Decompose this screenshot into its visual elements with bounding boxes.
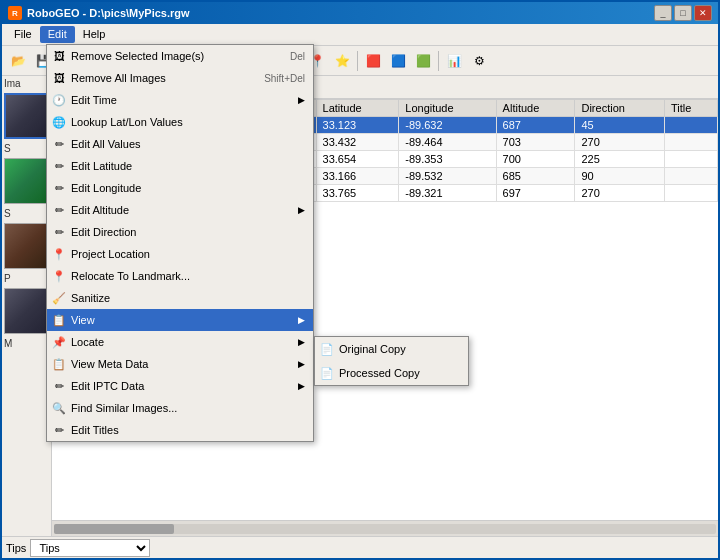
cell-dir: 270 bbox=[575, 134, 665, 151]
menu-remove-all[interactable]: 🖼 Remove All Images Shift+Del bbox=[47, 67, 313, 89]
window-title: RoboGEO - D:\pics\MyPics.rgw bbox=[27, 7, 190, 19]
cell-title bbox=[665, 134, 718, 151]
sanitize-icon: 🧹 bbox=[51, 290, 67, 306]
status-left: Tips Tips bbox=[6, 539, 714, 557]
thumb-4[interactable] bbox=[4, 288, 50, 334]
edit-menu-dropdown[interactable]: 🖼 Remove Selected Image(s) Del 🖼 Remove … bbox=[46, 44, 314, 442]
menu-lookup-latlon[interactable]: 🌐 Lookup Lat/Lon Values bbox=[47, 111, 313, 133]
find-similar-label: Find Similar Images... bbox=[71, 402, 305, 414]
remove-selected-label: Remove Selected Image(s) bbox=[71, 50, 286, 62]
edit-titles-icon: ✏ bbox=[51, 422, 67, 438]
menu-file[interactable]: File bbox=[6, 26, 40, 43]
minimize-button[interactable]: _ bbox=[654, 5, 672, 21]
left-label-3: P bbox=[2, 271, 51, 286]
view-meta-icon: 📋 bbox=[51, 356, 67, 372]
remove-all-icon: 🖼 bbox=[51, 70, 67, 86]
menu-locate[interactable]: 📌 Locate ▶ bbox=[47, 331, 313, 353]
menu-remove-selected[interactable]: 🖼 Remove Selected Image(s) Del bbox=[47, 45, 313, 67]
left-label-1: S bbox=[2, 141, 51, 156]
lookup-latlon-label: Lookup Lat/Lon Values bbox=[71, 116, 305, 128]
col-header-lat: Latitude bbox=[316, 100, 399, 117]
cell-title bbox=[665, 185, 718, 202]
menu-edit-time[interactable]: 🕐 Edit Time ▶ bbox=[47, 89, 313, 111]
cell-lon: -89.321 bbox=[399, 185, 496, 202]
horizontal-scrollbar[interactable] bbox=[52, 520, 718, 536]
menu-find-similar[interactable]: 🔍 Find Similar Images... bbox=[47, 397, 313, 419]
edit-direction-icon: ✏ bbox=[51, 224, 67, 240]
edit-altitude-icon: ✏ bbox=[51, 202, 67, 218]
title-bar: R RoboGEO - D:\pics\MyPics.rgw _ □ ✕ bbox=[2, 2, 718, 24]
menu-view[interactable]: 📋 View ▶ bbox=[47, 309, 313, 331]
left-label-2: S bbox=[2, 206, 51, 221]
cell-dir: 90 bbox=[575, 168, 665, 185]
thumb-3[interactable] bbox=[4, 223, 50, 269]
app-icon: R bbox=[8, 6, 22, 20]
edit-latitude-label: Edit Latitude bbox=[71, 160, 305, 172]
cell-lon: -89.632 bbox=[399, 117, 496, 134]
status-dropdown[interactable]: Tips bbox=[30, 539, 150, 557]
col-header-dir: Direction bbox=[575, 100, 665, 117]
find-similar-icon: 🔍 bbox=[51, 400, 67, 416]
scrollbar-track bbox=[54, 524, 716, 534]
edit-direction-label: Edit Direction bbox=[71, 226, 305, 238]
toolbar-btn-18[interactable]: ⚙ bbox=[467, 49, 491, 73]
edit-time-label: Edit Time bbox=[71, 94, 286, 106]
project-location-icon: 📍 bbox=[51, 246, 67, 262]
cell-lat: 33.166 bbox=[316, 168, 399, 185]
edit-longitude-icon: ✏ bbox=[51, 180, 67, 196]
toolbar-btn-14[interactable]: 🟥 bbox=[361, 49, 385, 73]
cell-alt: 697 bbox=[496, 185, 575, 202]
sanitize-label: Sanitize bbox=[71, 292, 305, 304]
edit-altitude-arrow: ▶ bbox=[298, 205, 305, 215]
thumb-1[interactable] bbox=[4, 93, 50, 139]
toolbar-btn-16[interactable]: 🟩 bbox=[411, 49, 435, 73]
menu-relocate[interactable]: 📍 Relocate To Landmark... bbox=[47, 265, 313, 287]
menu-edit-altitude[interactable]: ✏ Edit Altitude ▶ bbox=[47, 199, 313, 221]
maximize-button[interactable]: □ bbox=[674, 5, 692, 21]
menu-project-location[interactable]: 📍 Project Location bbox=[47, 243, 313, 265]
menu-sanitize[interactable]: 🧹 Sanitize bbox=[47, 287, 313, 309]
toolbar-btn-15[interactable]: 🟦 bbox=[386, 49, 410, 73]
title-bar-left: R RoboGEO - D:\pics\MyPics.rgw bbox=[8, 6, 190, 20]
scrollbar-thumb[interactable] bbox=[54, 524, 174, 534]
relocate-icon: 📍 bbox=[51, 268, 67, 284]
thumb-img-2 bbox=[5, 159, 49, 203]
edit-longitude-label: Edit Longitude bbox=[71, 182, 305, 194]
col-header-title: Title bbox=[665, 100, 718, 117]
toolbar-btn-17[interactable]: 📊 bbox=[442, 49, 466, 73]
remove-all-shortcut: Shift+Del bbox=[264, 73, 305, 84]
menu-edit-direction[interactable]: ✏ Edit Direction bbox=[47, 221, 313, 243]
menu-edit-iptc[interactable]: ✏ Edit IPTC Data ▶ bbox=[47, 375, 313, 397]
toolbar-btn-13[interactable]: ⭐ bbox=[330, 49, 354, 73]
cell-title bbox=[665, 151, 718, 168]
thumb-img-4 bbox=[5, 289, 49, 333]
toolbar-separator-6 bbox=[438, 51, 439, 71]
toolbar-separator-5 bbox=[357, 51, 358, 71]
left-label-4: M bbox=[2, 336, 51, 351]
menu-edit[interactable]: Edit bbox=[40, 26, 75, 43]
menu-edit-longitude[interactable]: ✏ Edit Longitude bbox=[47, 177, 313, 199]
view-arrow: ▶ bbox=[298, 315, 305, 325]
menu-edit-titles[interactable]: ✏ Edit Titles bbox=[47, 419, 313, 441]
close-button[interactable]: ✕ bbox=[694, 5, 712, 21]
edit-time-arrow: ▶ bbox=[298, 95, 305, 105]
locate-label: Locate bbox=[71, 336, 286, 348]
cell-lat: 33.123 bbox=[316, 117, 399, 134]
cell-alt: 703 bbox=[496, 134, 575, 151]
cell-alt: 700 bbox=[496, 151, 575, 168]
toolbar-btn-1[interactable]: 📂 bbox=[6, 49, 30, 73]
edit-iptc-arrow: ▶ bbox=[298, 381, 305, 391]
cell-lat: 33.654 bbox=[316, 151, 399, 168]
col-header-lon: Longitude bbox=[399, 100, 496, 117]
left-label-0: Ima bbox=[2, 76, 51, 91]
menu-help[interactable]: Help bbox=[75, 26, 114, 43]
menubar: File Edit Help bbox=[2, 24, 718, 46]
thumb-2[interactable] bbox=[4, 158, 50, 204]
thumb-img-1 bbox=[6, 95, 48, 137]
menu-view-meta[interactable]: 📋 View Meta Data ▶ bbox=[47, 353, 313, 375]
cell-lon: -89.464 bbox=[399, 134, 496, 151]
title-bar-buttons: _ □ ✕ bbox=[654, 5, 712, 21]
menu-edit-all[interactable]: ✏ Edit All Values bbox=[47, 133, 313, 155]
menu-edit-latitude[interactable]: ✏ Edit Latitude bbox=[47, 155, 313, 177]
remove-selected-icon: 🖼 bbox=[51, 48, 67, 64]
